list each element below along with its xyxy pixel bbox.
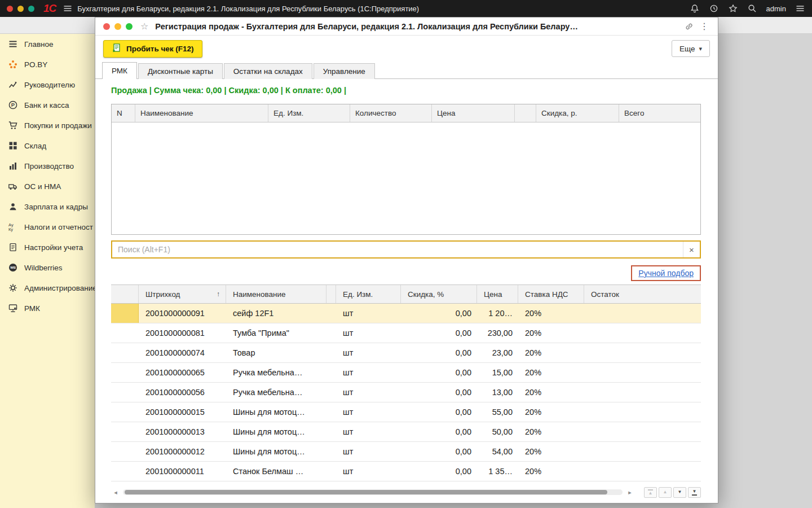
tab-discount-cards[interactable]: Дисконтные карты <box>138 63 223 79</box>
sidebar-item-sklad[interactable]: Склад <box>0 135 95 156</box>
sidebar-item-wildberries[interactable]: WB Wildberries <box>0 257 95 278</box>
column-header-rest[interactable]: Остаток <box>584 285 701 303</box>
cell-rest <box>584 383 701 402</box>
table-row[interactable]: 2001000000081 Тумба "Прима" шт 0,00 230,… <box>111 323 701 343</box>
table-row[interactable]: 2001000000013 Шины для мотоц… шт 0,00 50… <box>111 422 701 442</box>
cell-rest <box>584 363 701 382</box>
cell-discount: 0,00 <box>401 462 477 481</box>
sidebar-item-glavnoe[interactable]: Главное <box>0 34 95 54</box>
cell-marker <box>326 442 336 461</box>
column-header-select[interactable] <box>111 285 139 303</box>
notifications-bell-icon[interactable] <box>690 3 700 14</box>
row-select-cell[interactable] <box>111 363 139 382</box>
scrollbar-thumb[interactable] <box>125 490 607 494</box>
cell-vat: 20% <box>518 323 584 343</box>
table-row[interactable]: 2001000000015 Шины для мотоц… шт 0,00 55… <box>111 402 701 422</box>
sidebar-item-poby[interactable]: PO.BY <box>0 54 95 75</box>
go-previous-row-button[interactable]: ▲ <box>659 487 672 498</box>
sidebar-item-label: PO.BY <box>24 60 47 69</box>
sidebar-item-os-nma[interactable]: ОС и НМА <box>0 176 95 196</box>
main-menu-icon[interactable] <box>63 3 73 14</box>
go-last-row-button[interactable]: ▼ <box>688 487 701 498</box>
more-button[interactable]: Еще ▾ <box>672 40 710 57</box>
column-header-marker[interactable] <box>326 285 336 303</box>
scroll-right-icon[interactable]: ▸ <box>625 489 634 496</box>
column-header-discount-pct[interactable]: Скидка, % <box>401 285 477 303</box>
cell-marker <box>326 383 336 402</box>
table-row[interactable]: 2001000000011 Станок Белмаш … шт 0,00 1 … <box>111 462 701 481</box>
sidebar-item-zarplata-kadry[interactable]: Зарплата и кадры <box>0 196 95 217</box>
print-receipt-button[interactable]: Пробить чек (F12) <box>103 40 202 58</box>
row-select-cell[interactable] <box>111 343 139 362</box>
service-menu-icon[interactable] <box>795 3 805 14</box>
get-link-icon[interactable] <box>684 21 694 32</box>
section-sidebar: Главное PO.BY Руководителю P Банк и касс… <box>0 34 95 508</box>
tab-management[interactable]: Управление <box>314 63 375 79</box>
clear-search-icon[interactable]: × <box>683 242 700 257</box>
sidebar-item-administrirovanie[interactable]: Администрирование <box>0 278 95 298</box>
minimize-icon[interactable] <box>114 23 121 30</box>
row-select-cell[interactable] <box>111 383 139 402</box>
row-select-cell[interactable] <box>111 323 139 343</box>
tab-rmk[interactable]: РМК <box>102 62 137 79</box>
favorite-star-icon[interactable]: ☆ <box>140 21 148 32</box>
tab-warehouse-stock[interactable]: Остатки на складах <box>224 63 312 79</box>
column-header-product-unit[interactable]: Ед. Изм. <box>336 285 401 303</box>
column-header-n[interactable]: N <box>112 104 135 122</box>
column-header-barcode[interactable]: Штрихкод ↑ <box>139 285 226 303</box>
scrollbar-track[interactable] <box>123 489 623 495</box>
column-header-vat[interactable]: Ставка НДС <box>518 285 584 303</box>
sidebar-item-pokupki-prodazhi[interactable]: Покупки и продажи <box>0 115 95 135</box>
user-name[interactable]: admin <box>766 5 786 13</box>
column-header-product-name[interactable]: Наименование <box>226 285 326 303</box>
row-select-cell[interactable] <box>111 304 139 323</box>
sidebar-item-proizvodstvo[interactable]: Производство <box>0 156 95 176</box>
row-select-cell[interactable] <box>111 442 139 461</box>
sidebar-item-rukovoditelyu[interactable]: Руководителю <box>0 75 95 95</box>
search-icon[interactable] <box>747 3 757 14</box>
maximize-icon[interactable] <box>126 23 133 30</box>
column-header-total[interactable]: Всего <box>619 104 700 122</box>
more-actions-kebab-icon[interactable]: ⋮ <box>699 21 710 32</box>
sidebar-item-label: Настройки учета <box>24 243 83 252</box>
row-select-cell[interactable] <box>111 402 139 422</box>
column-header-unit[interactable]: Ед. Изм. <box>268 104 350 122</box>
column-header-qty[interactable]: Количество <box>350 104 432 122</box>
history-icon[interactable] <box>709 3 719 14</box>
table-row[interactable]: 2001000000091 сейф 12F1 шт 0,00 1 20… 20… <box>111 304 701 323</box>
column-header-discount[interactable]: Скидка, р. <box>536 104 619 122</box>
maximize-window-icon[interactable] <box>28 6 34 12</box>
table-row[interactable]: 2001000000074 Товар шт 0,00 23,00 20% <box>111 343 701 363</box>
go-first-row-button[interactable]: ▲ <box>644 487 657 498</box>
table-row[interactable]: 2001000000065 Ручка мебельна… шт 0,00 15… <box>111 363 701 383</box>
column-header-price[interactable]: Цена <box>432 104 515 122</box>
search-input[interactable] <box>112 242 683 257</box>
sidebar-item-label: Производство <box>24 162 74 170</box>
go-next-row-button[interactable]: ▼ <box>673 487 686 498</box>
cell-rest <box>584 442 701 461</box>
minimize-window-icon[interactable] <box>17 6 24 12</box>
scroll-left-icon[interactable]: ◂ <box>111 489 120 496</box>
sidebar-item-nalogi[interactable]: АуКу Налоги и отчетност <box>0 217 95 237</box>
window-title-bar[interactable]: ☆ Регистрация продаж - Бухгалтерия для Б… <box>95 17 718 36</box>
cell-price: 13,00 <box>477 383 518 402</box>
table-row[interactable]: 2001000000012 Шины для мотоц… шт 0,00 54… <box>111 442 701 462</box>
sidebar-item-rmk[interactable]: РМК <box>0 298 95 318</box>
cell-vat: 20% <box>518 402 584 422</box>
favorites-star-icon[interactable] <box>728 3 738 14</box>
row-select-cell[interactable] <box>111 462 139 481</box>
receipt-table-body-empty[interactable] <box>112 122 700 234</box>
close-window-icon[interactable] <box>7 6 13 12</box>
column-header-name[interactable]: Наименование <box>135 104 268 122</box>
row-select-cell[interactable] <box>111 422 139 441</box>
column-header-blank[interactable] <box>515 104 536 122</box>
close-icon[interactable] <box>103 23 110 30</box>
manual-pick-link[interactable]: Ручной подбор <box>638 269 694 278</box>
cell-marker <box>326 343 336 362</box>
table-row[interactable]: 2001000000056 Ручка мебельна… шт 0,00 13… <box>111 383 701 402</box>
sidebar-item-nastroyki-ucheta[interactable]: Настройки учета <box>0 237 95 257</box>
column-header-product-price[interactable]: Цена <box>477 285 518 303</box>
barcode-header-label: Штрихкод <box>145 290 180 299</box>
cell-name: сейф 12F1 <box>226 304 326 323</box>
sidebar-item-bank-kassa[interactable]: P Банк и касса <box>0 95 95 115</box>
